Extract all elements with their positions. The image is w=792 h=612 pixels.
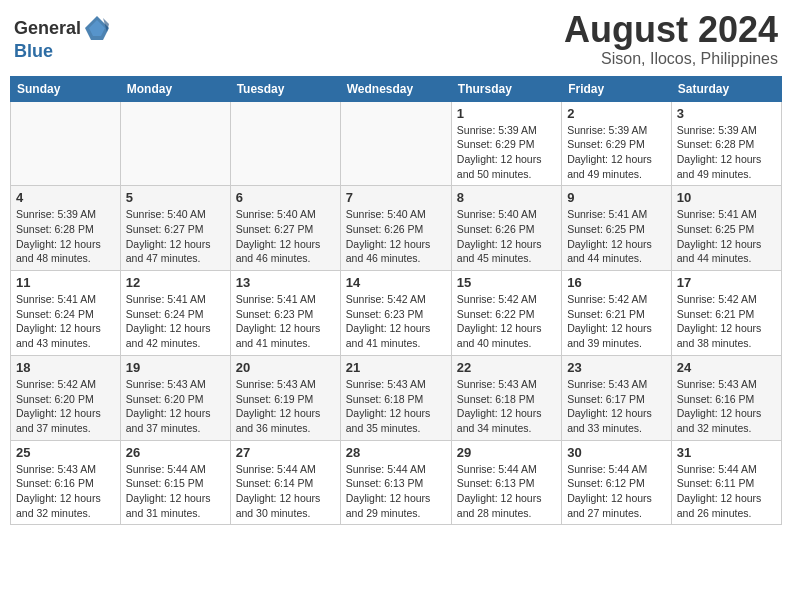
calendar-cell: 12Sunrise: 5:41 AM Sunset: 6:24 PM Dayli… <box>120 271 230 356</box>
calendar-cell: 26Sunrise: 5:44 AM Sunset: 6:15 PM Dayli… <box>120 440 230 525</box>
logo-blue: Blue <box>14 41 53 61</box>
calendar-cell: 28Sunrise: 5:44 AM Sunset: 6:13 PM Dayli… <box>340 440 451 525</box>
calendar-cell: 8Sunrise: 5:40 AM Sunset: 6:26 PM Daylig… <box>451 186 561 271</box>
day-info: Sunrise: 5:43 AM Sunset: 6:19 PM Dayligh… <box>236 377 335 436</box>
day-number: 10 <box>677 190 776 205</box>
day-header-tuesday: Tuesday <box>230 76 340 101</box>
calendar-week-row: 25Sunrise: 5:43 AM Sunset: 6:16 PM Dayli… <box>11 440 782 525</box>
page-header: General Blue August 2024 Sison, Ilocos, … <box>10 10 782 68</box>
day-header-saturday: Saturday <box>671 76 781 101</box>
day-number: 1 <box>457 106 556 121</box>
calendar-cell <box>230 101 340 186</box>
day-number: 29 <box>457 445 556 460</box>
day-header-thursday: Thursday <box>451 76 561 101</box>
calendar-cell: 13Sunrise: 5:41 AM Sunset: 6:23 PM Dayli… <box>230 271 340 356</box>
calendar-header-row: SundayMondayTuesdayWednesdayThursdayFrid… <box>11 76 782 101</box>
calendar-week-row: 1Sunrise: 5:39 AM Sunset: 6:29 PM Daylig… <box>11 101 782 186</box>
day-number: 5 <box>126 190 225 205</box>
day-number: 28 <box>346 445 446 460</box>
calendar-cell: 30Sunrise: 5:44 AM Sunset: 6:12 PM Dayli… <box>562 440 672 525</box>
calendar-cell: 20Sunrise: 5:43 AM Sunset: 6:19 PM Dayli… <box>230 355 340 440</box>
calendar-cell: 4Sunrise: 5:39 AM Sunset: 6:28 PM Daylig… <box>11 186 121 271</box>
logo-general: General <box>14 19 81 37</box>
day-number: 26 <box>126 445 225 460</box>
calendar-table: SundayMondayTuesdayWednesdayThursdayFrid… <box>10 76 782 526</box>
day-info: Sunrise: 5:39 AM Sunset: 6:28 PM Dayligh… <box>677 123 776 182</box>
day-number: 12 <box>126 275 225 290</box>
day-number: 20 <box>236 360 335 375</box>
day-info: Sunrise: 5:44 AM Sunset: 6:14 PM Dayligh… <box>236 462 335 521</box>
day-info: Sunrise: 5:43 AM Sunset: 6:17 PM Dayligh… <box>567 377 666 436</box>
calendar-cell <box>340 101 451 186</box>
day-number: 22 <box>457 360 556 375</box>
day-header-sunday: Sunday <box>11 76 121 101</box>
calendar-cell: 2Sunrise: 5:39 AM Sunset: 6:29 PM Daylig… <box>562 101 672 186</box>
calendar-cell: 29Sunrise: 5:44 AM Sunset: 6:13 PM Dayli… <box>451 440 561 525</box>
day-number: 21 <box>346 360 446 375</box>
day-info: Sunrise: 5:44 AM Sunset: 6:12 PM Dayligh… <box>567 462 666 521</box>
day-number: 23 <box>567 360 666 375</box>
calendar-cell: 7Sunrise: 5:40 AM Sunset: 6:26 PM Daylig… <box>340 186 451 271</box>
calendar-cell: 10Sunrise: 5:41 AM Sunset: 6:25 PM Dayli… <box>671 186 781 271</box>
calendar-cell <box>120 101 230 186</box>
day-number: 7 <box>346 190 446 205</box>
day-info: Sunrise: 5:42 AM Sunset: 6:21 PM Dayligh… <box>677 292 776 351</box>
day-info: Sunrise: 5:39 AM Sunset: 6:29 PM Dayligh… <box>567 123 666 182</box>
day-info: Sunrise: 5:43 AM Sunset: 6:18 PM Dayligh… <box>346 377 446 436</box>
calendar-cell: 25Sunrise: 5:43 AM Sunset: 6:16 PM Dayli… <box>11 440 121 525</box>
day-info: Sunrise: 5:41 AM Sunset: 6:25 PM Dayligh… <box>677 207 776 266</box>
day-info: Sunrise: 5:40 AM Sunset: 6:27 PM Dayligh… <box>126 207 225 266</box>
day-number: 17 <box>677 275 776 290</box>
calendar-week-row: 18Sunrise: 5:42 AM Sunset: 6:20 PM Dayli… <box>11 355 782 440</box>
calendar-cell: 14Sunrise: 5:42 AM Sunset: 6:23 PM Dayli… <box>340 271 451 356</box>
day-number: 27 <box>236 445 335 460</box>
day-info: Sunrise: 5:43 AM Sunset: 6:20 PM Dayligh… <box>126 377 225 436</box>
day-info: Sunrise: 5:42 AM Sunset: 6:23 PM Dayligh… <box>346 292 446 351</box>
calendar-cell: 24Sunrise: 5:43 AM Sunset: 6:16 PM Dayli… <box>671 355 781 440</box>
calendar-cell: 11Sunrise: 5:41 AM Sunset: 6:24 PM Dayli… <box>11 271 121 356</box>
day-number: 6 <box>236 190 335 205</box>
day-number: 3 <box>677 106 776 121</box>
day-info: Sunrise: 5:40 AM Sunset: 6:26 PM Dayligh… <box>457 207 556 266</box>
day-number: 31 <box>677 445 776 460</box>
logo-icon <box>83 14 111 42</box>
day-number: 18 <box>16 360 115 375</box>
day-info: Sunrise: 5:44 AM Sunset: 6:15 PM Dayligh… <box>126 462 225 521</box>
day-info: Sunrise: 5:44 AM Sunset: 6:13 PM Dayligh… <box>346 462 446 521</box>
day-info: Sunrise: 5:42 AM Sunset: 6:22 PM Dayligh… <box>457 292 556 351</box>
day-number: 2 <box>567 106 666 121</box>
day-info: Sunrise: 5:43 AM Sunset: 6:16 PM Dayligh… <box>677 377 776 436</box>
calendar-cell: 16Sunrise: 5:42 AM Sunset: 6:21 PM Dayli… <box>562 271 672 356</box>
day-number: 4 <box>16 190 115 205</box>
calendar-cell: 3Sunrise: 5:39 AM Sunset: 6:28 PM Daylig… <box>671 101 781 186</box>
day-info: Sunrise: 5:42 AM Sunset: 6:21 PM Dayligh… <box>567 292 666 351</box>
calendar-cell: 17Sunrise: 5:42 AM Sunset: 6:21 PM Dayli… <box>671 271 781 356</box>
day-info: Sunrise: 5:39 AM Sunset: 6:29 PM Dayligh… <box>457 123 556 182</box>
calendar-cell: 31Sunrise: 5:44 AM Sunset: 6:11 PM Dayli… <box>671 440 781 525</box>
day-number: 13 <box>236 275 335 290</box>
calendar-cell: 9Sunrise: 5:41 AM Sunset: 6:25 PM Daylig… <box>562 186 672 271</box>
day-header-friday: Friday <box>562 76 672 101</box>
day-info: Sunrise: 5:41 AM Sunset: 6:24 PM Dayligh… <box>126 292 225 351</box>
day-number: 25 <box>16 445 115 460</box>
calendar-cell: 18Sunrise: 5:42 AM Sunset: 6:20 PM Dayli… <box>11 355 121 440</box>
day-info: Sunrise: 5:41 AM Sunset: 6:24 PM Dayligh… <box>16 292 115 351</box>
calendar-cell: 6Sunrise: 5:40 AM Sunset: 6:27 PM Daylig… <box>230 186 340 271</box>
calendar-cell: 19Sunrise: 5:43 AM Sunset: 6:20 PM Dayli… <box>120 355 230 440</box>
day-info: Sunrise: 5:40 AM Sunset: 6:26 PM Dayligh… <box>346 207 446 266</box>
day-number: 11 <box>16 275 115 290</box>
day-info: Sunrise: 5:41 AM Sunset: 6:23 PM Dayligh… <box>236 292 335 351</box>
calendar-cell: 15Sunrise: 5:42 AM Sunset: 6:22 PM Dayli… <box>451 271 561 356</box>
day-info: Sunrise: 5:39 AM Sunset: 6:28 PM Dayligh… <box>16 207 115 266</box>
calendar-week-row: 11Sunrise: 5:41 AM Sunset: 6:24 PM Dayli… <box>11 271 782 356</box>
day-info: Sunrise: 5:43 AM Sunset: 6:16 PM Dayligh… <box>16 462 115 521</box>
day-header-monday: Monday <box>120 76 230 101</box>
calendar-title: August 2024 <box>564 10 778 50</box>
day-number: 14 <box>346 275 446 290</box>
calendar-cell: 21Sunrise: 5:43 AM Sunset: 6:18 PM Dayli… <box>340 355 451 440</box>
title-block: August 2024 Sison, Ilocos, Philippines <box>564 10 778 68</box>
day-info: Sunrise: 5:44 AM Sunset: 6:11 PM Dayligh… <box>677 462 776 521</box>
calendar-cell: 5Sunrise: 5:40 AM Sunset: 6:27 PM Daylig… <box>120 186 230 271</box>
calendar-cell: 27Sunrise: 5:44 AM Sunset: 6:14 PM Dayli… <box>230 440 340 525</box>
calendar-cell: 22Sunrise: 5:43 AM Sunset: 6:18 PM Dayli… <box>451 355 561 440</box>
